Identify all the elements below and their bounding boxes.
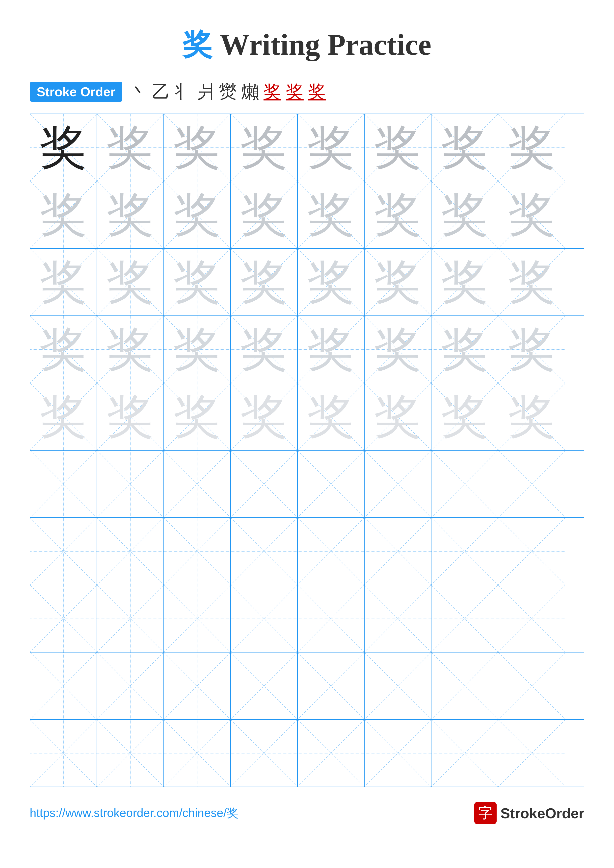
cell-5-5: 奖	[298, 383, 365, 450]
footer: https://www.strokeorder.com/chinese/奖 字 …	[20, 802, 594, 824]
cell-7-6	[365, 518, 431, 585]
grid-row-6	[30, 451, 584, 518]
cell-9-4	[231, 653, 298, 719]
cell-3-2: 奖	[97, 249, 164, 315]
char-1-8: 奖	[508, 124, 555, 171]
grid-row-10	[30, 720, 584, 787]
stroke-7: 奖	[264, 80, 281, 104]
char-4-8: 奖	[508, 326, 555, 373]
char-2-7: 奖	[441, 191, 488, 238]
stroke-order-row: Stroke Order 丶 乙 丬 爿 㸉 㸊 奖 奖 奖	[20, 80, 594, 104]
char-2-2: 奖	[107, 191, 154, 238]
cell-4-5: 奖	[298, 316, 365, 383]
char-3-8: 奖	[508, 259, 555, 305]
stroke-order-badge: Stroke Order	[30, 82, 122, 102]
cell-6-1	[30, 451, 97, 518]
grid-row-4: 奖 奖 奖 奖 奖 奖 奖 奖	[30, 316, 584, 383]
cell-2-5: 奖	[298, 181, 365, 248]
cell-8-4	[231, 585, 298, 652]
char-5-2: 奖	[107, 393, 154, 440]
cell-9-1	[30, 653, 97, 719]
stroke-9: 奖	[308, 80, 326, 104]
char-3-4: 奖	[241, 259, 288, 305]
cell-5-3: 奖	[164, 383, 231, 450]
cell-4-4: 奖	[231, 316, 298, 383]
cell-9-2	[97, 653, 164, 719]
cell-2-8: 奖	[498, 181, 565, 248]
cell-10-2	[97, 720, 164, 787]
cell-7-8	[498, 518, 565, 585]
footer-logo-text: StrokeOrder	[501, 805, 584, 822]
char-3-7: 奖	[441, 259, 488, 305]
char-4-4: 奖	[241, 326, 288, 373]
cell-4-7: 奖	[431, 316, 498, 383]
cell-2-6: 奖	[365, 181, 431, 248]
char-3-1: 奖	[40, 259, 87, 305]
cell-2-1: 奖	[30, 181, 97, 248]
cell-1-3: 奖	[164, 114, 231, 181]
char-1-2: 奖	[107, 124, 154, 171]
cell-8-6	[365, 585, 431, 652]
cell-6-5	[298, 451, 365, 518]
cell-7-7	[431, 518, 498, 585]
cell-10-1	[30, 720, 97, 787]
cell-3-5: 奖	[298, 249, 365, 315]
title-suffix: Writing Practice	[212, 28, 431, 61]
cell-2-2: 奖	[97, 181, 164, 248]
footer-logo: 字 StrokeOrder	[474, 802, 584, 824]
footer-url[interactable]: https://www.strokeorder.com/chinese/奖	[30, 805, 238, 821]
cell-2-3: 奖	[164, 181, 231, 248]
grid-row-1: 奖 奖 奖 奖 奖 奖 奖 奖	[30, 114, 584, 181]
char-2-3: 奖	[174, 191, 221, 238]
cell-10-4	[231, 720, 298, 787]
cell-10-7	[431, 720, 498, 787]
char-1-1: 奖	[40, 124, 87, 171]
char-5-7: 奖	[441, 393, 488, 440]
char-2-4: 奖	[241, 191, 288, 238]
cell-5-4: 奖	[231, 383, 298, 450]
cell-2-7: 奖	[431, 181, 498, 248]
cell-8-7	[431, 585, 498, 652]
cell-8-1	[30, 585, 97, 652]
cell-1-8: 奖	[498, 114, 565, 181]
grid-row-7	[30, 518, 584, 585]
char-4-7: 奖	[441, 326, 488, 373]
cell-10-8	[498, 720, 565, 787]
cell-5-1: 奖	[30, 383, 97, 450]
cell-9-6	[365, 653, 431, 719]
cell-2-4: 奖	[231, 181, 298, 248]
stroke-8: 奖	[286, 80, 304, 104]
cell-6-3	[164, 451, 231, 518]
char-1-6: 奖	[374, 124, 421, 171]
cell-3-3: 奖	[164, 249, 231, 315]
cell-6-7	[431, 451, 498, 518]
cell-5-7: 奖	[431, 383, 498, 450]
cell-1-6: 奖	[365, 114, 431, 181]
stroke-6: 㸊	[241, 80, 259, 104]
char-4-3: 奖	[174, 326, 221, 373]
cell-3-1: 奖	[30, 249, 97, 315]
cell-3-7: 奖	[431, 249, 498, 315]
cell-10-6	[365, 720, 431, 787]
cell-9-8	[498, 653, 565, 719]
cell-8-5	[298, 585, 365, 652]
cell-6-2	[97, 451, 164, 518]
grid-row-3: 奖 奖 奖 奖 奖 奖 奖 奖	[30, 249, 584, 316]
cell-8-2	[97, 585, 164, 652]
cell-3-6: 奖	[365, 249, 431, 315]
stroke-order-chars: 丶 乙 丬 爿 㸉 㸊 奖 奖 奖	[130, 80, 326, 104]
cell-5-8: 奖	[498, 383, 565, 450]
char-2-5: 奖	[307, 191, 354, 238]
title-char: 奖	[183, 28, 212, 61]
cell-8-3	[164, 585, 231, 652]
cell-6-4	[231, 451, 298, 518]
cell-10-3	[164, 720, 231, 787]
cell-1-4: 奖	[231, 114, 298, 181]
char-1-5: 奖	[307, 124, 354, 171]
char-1-7: 奖	[441, 124, 488, 171]
cell-4-8: 奖	[498, 316, 565, 383]
cell-4-2: 奖	[97, 316, 164, 383]
cell-6-6	[365, 451, 431, 518]
char-5-1: 奖	[40, 393, 87, 440]
cell-1-5: 奖	[298, 114, 365, 181]
